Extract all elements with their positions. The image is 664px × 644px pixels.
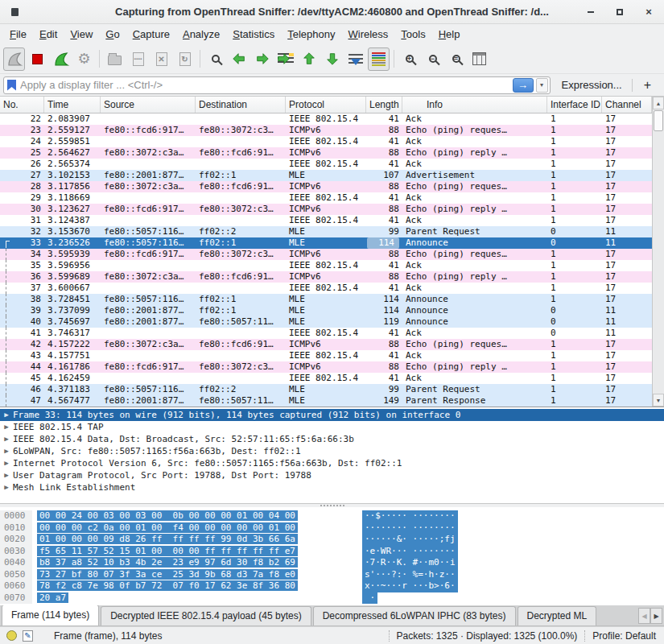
detail-row[interactable]: ▶Frame 33: 114 bytes on wire (912 bits),… <box>0 409 664 421</box>
expand-arrow-icon[interactable]: ▶ <box>0 445 13 457</box>
go-to-packet-icon[interactable] <box>274 47 296 71</box>
menu-edit[interactable]: Edit <box>33 26 64 43</box>
menu-tools[interactable]: Tools <box>394 26 431 43</box>
byte-view-tab[interactable]: Decrypted ML <box>518 606 597 625</box>
ascii-bytes[interactable]: ········ ········ <box>362 522 458 535</box>
column-header-protocol[interactable]: Protocol <box>286 97 366 113</box>
hex-bytes[interactable]: 00 00 24 00 03 00 03 00 0b 00 00 00 01 0… <box>37 510 298 521</box>
ascii-bytes[interactable]: s'···?:· %=·h·z·· <box>362 569 458 581</box>
detail-row[interactable]: ▶Internet Protocol Version 6, Src: fe80:… <box>0 457 664 469</box>
column-header-source[interactable]: Source <box>101 97 196 113</box>
detail-row[interactable]: ▶User Datagram Protocol, Src Port: 19788… <box>0 469 664 481</box>
capture-options-icon[interactable]: ⚙ <box>73 47 95 71</box>
scroll-up-icon[interactable]: ▲ <box>653 97 664 109</box>
hex-row[interactable]: 002001 00 00 00 09 d8 26 ff ff ff ff 99 … <box>0 534 664 546</box>
detail-row[interactable]: ▶IEEE 802.15.4 Data, Dst: Broadcast, Src… <box>0 433 664 445</box>
ascii-bytes[interactable]: · <box>362 592 377 605</box>
minimize-button[interactable] <box>585 6 596 18</box>
hex-bytes[interactable]: 01 00 00 00 09 d8 26 ff ff ff ff 99 0d 3… <box>37 534 298 544</box>
packet-row[interactable]: 444.161786fe80::fcd6:917…fe80::3072:c3…I… <box>0 361 652 373</box>
menu-view[interactable]: View <box>64 26 99 43</box>
hex-row[interactable]: 0040b8 37 a8 52 10 b3 4b 2e 23 e9 97 6d … <box>0 557 664 569</box>
hex-row[interactable]: 005073 27 bf 80 07 3f 3a ce 25 3d 9b 68 … <box>0 569 664 581</box>
column-header-length[interactable]: Length <box>366 97 402 113</box>
packet-row[interactable]: 393.737099fe80::2001:877…ff02::1MLE114An… <box>0 305 652 316</box>
packet-row[interactable]: 474.567477fe80::2001:877…fe80::5057:11…M… <box>0 395 652 407</box>
find-packet-icon[interactable] <box>204 47 226 71</box>
hex-bytes[interactable]: 00 00 00 c2 0a 00 01 00 f4 00 00 00 00 0… <box>37 522 298 533</box>
menu-wireless[interactable]: Wireless <box>342 26 395 43</box>
hex-row[interactable]: 006078 f2 c8 7e 98 0f b7 72 07 f0 17 62 … <box>0 580 664 592</box>
ascii-bytes[interactable]: ·e·WR··· ········ <box>362 546 458 558</box>
display-filter-input[interactable] <box>20 79 513 91</box>
detail-row[interactable]: ▶6LoWPAN, Src: fe80::5057:1165:f56a:663b… <box>0 445 664 457</box>
column-header-no[interactable]: No. <box>0 97 44 113</box>
menu-analyze[interactable]: Analyze <box>176 26 226 43</box>
menu-telephony[interactable]: Telephony <box>281 26 341 43</box>
hex-row[interactable]: 007020 a7 · <box>0 592 664 605</box>
ascii-bytes[interactable]: x··~···r ···b>·6· <box>362 580 458 592</box>
start-capture-icon[interactable] <box>3 47 25 71</box>
ascii-bytes[interactable]: ··$····· ········ <box>362 510 458 522</box>
filter-dropdown-icon[interactable]: ▾ <box>536 78 548 93</box>
open-file-icon[interactable] <box>104 47 126 71</box>
column-header-iface[interactable]: Interface ID <box>547 97 602 113</box>
packet-row[interactable]: 283.117856fe80::3072:c3a…fe80::fcd6:91…I… <box>0 181 652 192</box>
packet-row[interactable]: 383.728451fe80::5057:116…ff02::1MLE114An… <box>0 294 652 305</box>
packet-row[interactable]: 273.102153fe80::2001:877…ff02::1MLE107Ad… <box>0 170 652 181</box>
filter-bookmark-icon[interactable] <box>7 80 16 91</box>
reload-file-icon[interactable]: ↻ <box>174 47 196 71</box>
menu-help[interactable]: Help <box>432 26 467 43</box>
packet-row[interactable]: 242.559851IEEE 802.15.441Ack117 <box>0 136 652 147</box>
packet-row[interactable]: 363.599689fe80::3072:c3a…fe80::fcd6:91…I… <box>0 271 652 283</box>
hex-row[interactable]: 000000 00 24 00 03 00 03 00 0b 00 00 00 … <box>0 510 664 522</box>
column-header-destination[interactable]: Destination <box>196 97 286 113</box>
resize-columns-icon[interactable] <box>468 47 490 71</box>
packet-row[interactable]: 413.746317IEEE 802.15.441Ack011 <box>0 328 652 339</box>
tab-scroll-right-icon[interactable]: ▶ <box>650 608 662 624</box>
detail-row[interactable]: ▶IEEE 802.15.4 TAP <box>0 421 664 433</box>
menu-go[interactable]: Go <box>99 26 126 43</box>
byte-view-tab[interactable]: Decrypted IEEE 802.15.4 payload (45 byte… <box>101 606 311 625</box>
expand-arrow-icon[interactable]: ▶ <box>0 421 13 433</box>
scrollbar-thumb[interactable] <box>654 110 663 131</box>
packet-row[interactable]: 464.371183fe80::5057:116…ff02::2MLE99Par… <box>0 384 652 395</box>
expert-info-icon[interactable] <box>6 630 17 641</box>
maximize-button[interactable] <box>614 6 625 18</box>
packet-row[interactable]: 252.564627fe80::3072:c3a…fe80::fcd6:91…I… <box>0 147 652 159</box>
hex-bytes[interactable]: 20 a7 <box>37 592 68 603</box>
expand-arrow-icon[interactable]: ▶ <box>0 409 13 421</box>
hex-bytes[interactable]: f5 65 11 57 52 15 01 00 00 00 ff ff ff f… <box>37 546 298 556</box>
detail-row[interactable]: ▶Mesh Link Establishment <box>0 481 664 493</box>
display-filter-field[interactable]: → ▾ <box>3 76 551 94</box>
hex-row[interactable]: 001000 00 00 c2 0a 00 01 00 f4 00 00 00 … <box>0 522 664 535</box>
packet-row[interactable]: 434.157751IEEE 802.15.441Ack117 <box>0 350 652 361</box>
ascii-bytes[interactable]: ·7·R··K. #··m0··i <box>362 557 458 569</box>
packet-row[interactable]: 262.565374IEEE 802.15.441Ack117 <box>0 159 652 170</box>
packet-list-scrollbar[interactable]: ▲ ▼ <box>652 97 664 407</box>
packet-row[interactable]: 343.595939fe80::fcd6:917…fe80::3072:c3…I… <box>0 249 652 260</box>
hex-bytes[interactable]: b8 37 a8 52 10 b3 4b 2e 23 e9 97 6d 30 f… <box>37 557 298 568</box>
zoom-in-icon[interactable]: + <box>398 47 420 71</box>
restart-capture-icon[interactable] <box>50 47 72 71</box>
ascii-bytes[interactable]: ······&· ·····;fj <box>362 534 458 546</box>
packet-row[interactable]: 333.236526fe80::5057:116…ff02::1MLE114An… <box>0 237 652 249</box>
previous-packet-icon[interactable] <box>228 47 250 71</box>
expand-arrow-icon[interactable]: ▶ <box>0 457 13 469</box>
close-file-icon[interactable]: ✕ <box>151 47 172 71</box>
add-filter-button[interactable]: + <box>633 78 659 93</box>
capture-comment-icon[interactable]: ✎ <box>23 630 33 642</box>
close-button[interactable]: × <box>643 6 654 18</box>
packet-row[interactable]: 303.123627fe80::fcd6:917…fe80::3072:c3…I… <box>0 204 652 215</box>
scroll-down-icon[interactable]: ▼ <box>653 394 664 407</box>
packet-row[interactable]: 313.124387IEEE 802.15.441Ack117 <box>0 215 652 226</box>
colorize-icon[interactable] <box>368 47 390 71</box>
column-header-info[interactable]: Info <box>402 97 547 113</box>
expression-button[interactable]: Expression... <box>551 79 632 91</box>
byte-view-tab[interactable]: Decompressed 6LoWPAN IPHC (83 bytes) <box>313 606 516 625</box>
first-packet-icon[interactable] <box>298 47 320 71</box>
menu-capture[interactable]: Capture <box>126 26 176 43</box>
next-packet-icon[interactable] <box>251 47 273 71</box>
packet-row[interactable]: 222.083907IEEE 802.15.441Ack117 <box>0 114 652 125</box>
byte-view-tab[interactable]: Frame (114 bytes) <box>2 605 99 625</box>
